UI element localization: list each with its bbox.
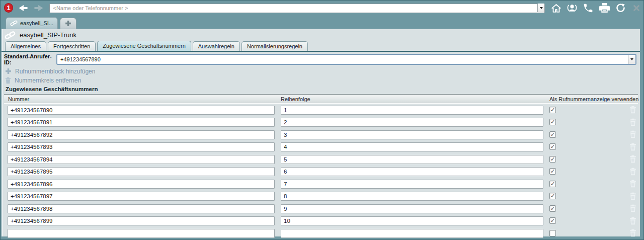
table-row: ✓ xyxy=(4,116,638,129)
session-tab-strip: easybell_SI... xyxy=(2,15,642,29)
table-row: ✓ xyxy=(4,190,638,203)
reihenfolge-input[interactable] xyxy=(281,192,543,201)
tab-1[interactable]: Fortgeschritten xyxy=(48,41,96,51)
page-title: easybell_SIP-Trunk xyxy=(20,31,76,39)
plus-icon xyxy=(5,68,12,74)
reihenfolge-input[interactable] xyxy=(281,229,543,238)
delete-row-button[interactable] xyxy=(629,143,636,151)
delete-row-button[interactable] xyxy=(629,180,636,188)
tab-0[interactable]: Allgemeines xyxy=(5,41,46,51)
header-als-rufnummernanzeige: Als Rufnummernanzeige verwenden xyxy=(548,96,638,102)
delete-row-icon xyxy=(629,168,636,176)
delete-row-icon xyxy=(629,118,636,126)
als-rufnummernanzeige-checkbox[interactable]: ✓ xyxy=(549,217,556,224)
table-row: ✓ xyxy=(4,178,638,190)
search-input[interactable] xyxy=(49,4,545,13)
close-button[interactable] xyxy=(630,3,642,14)
delete-row-icon xyxy=(629,155,636,163)
pbx-admin-window: { "toolbar": { "notification_badge": "1"… xyxy=(0,0,644,240)
reihenfolge-input[interactable] xyxy=(281,130,543,139)
reihenfolge-input[interactable] xyxy=(281,180,543,189)
main-toolbar: 1 xyxy=(2,2,642,14)
als-rufnummernanzeige-checkbox[interactable]: ✓ xyxy=(549,193,556,199)
reihenfolge-input[interactable] xyxy=(281,216,543,225)
contacts-button[interactable] xyxy=(566,3,578,14)
config-subtabs: AllgemeinesFortgeschrittenZugewiesene Ge… xyxy=(2,41,640,52)
forward-button[interactable] xyxy=(33,4,44,13)
delete-row-icon xyxy=(629,217,636,225)
header-nummer: Nummer xyxy=(4,96,281,102)
nummer-input[interactable] xyxy=(8,142,275,151)
nummer-input[interactable] xyxy=(8,180,275,189)
toolbar-icons xyxy=(550,3,642,14)
delete-row-button[interactable] xyxy=(629,168,636,176)
reihenfolge-input[interactable] xyxy=(281,167,543,176)
print-icon xyxy=(599,3,610,13)
nummer-input[interactable] xyxy=(8,130,275,139)
nummer-input[interactable] xyxy=(8,155,275,164)
delete-row-button[interactable] xyxy=(629,130,636,138)
refresh-button[interactable] xyxy=(614,3,626,14)
nummer-input[interactable] xyxy=(8,204,275,213)
nummer-input[interactable] xyxy=(8,167,275,176)
table-row: ✓ xyxy=(4,104,638,116)
delete-row-button[interactable] xyxy=(629,192,636,200)
titlebar: easybell_SIP-Trunk xyxy=(2,29,640,41)
nummer-input[interactable] xyxy=(8,118,275,127)
als-rufnummernanzeige-checkbox[interactable]: ✓ xyxy=(549,156,556,163)
delete-row-icon xyxy=(629,106,636,114)
nummer-input[interactable] xyxy=(8,229,275,238)
nummer-input[interactable] xyxy=(8,192,275,201)
als-rufnummernanzeige-checkbox[interactable]: ✓ xyxy=(549,131,556,138)
default-caller-id-label: Standard-Anrufer-ID: xyxy=(4,53,56,65)
reihenfolge-input[interactable] xyxy=(281,106,543,115)
contacts-icon xyxy=(566,3,578,13)
home-button[interactable] xyxy=(550,3,562,14)
notification-badge: 1 xyxy=(4,3,13,13)
delete-row-button[interactable] xyxy=(629,118,636,126)
delete-row-button[interactable] xyxy=(629,106,636,114)
delete-row-button[interactable] xyxy=(629,155,636,163)
default-caller-id-select[interactable]: +491234567890 xyxy=(56,54,636,65)
nummer-input[interactable] xyxy=(8,216,275,225)
link-icon xyxy=(5,31,16,39)
back-icon xyxy=(18,4,29,13)
table-header: Nummer Reihenfolge Als Rufnummernanzeige… xyxy=(4,94,638,104)
phone-button[interactable] xyxy=(582,3,594,14)
back-button[interactable] xyxy=(18,4,29,13)
refresh-icon xyxy=(615,3,626,13)
delete-row-button[interactable] xyxy=(629,204,636,212)
als-rufnummernanzeige-checkbox[interactable]: ✓ xyxy=(549,205,556,212)
tab-2[interactable]: Zugewiesene Geschäftsnummern xyxy=(97,41,191,51)
caller-id-dropdown-button[interactable] xyxy=(628,55,635,64)
business-numbers-panel: Standard-Anrufer-ID: +491234567890 Rufnu… xyxy=(2,52,640,239)
session-tab-label: easybell_SI... xyxy=(20,20,53,26)
als-rufnummernanzeige-checkbox[interactable]: ✓ xyxy=(549,181,556,187)
reihenfolge-input[interactable] xyxy=(281,204,543,213)
als-rufnummernanzeige-checkbox[interactable]: ✓ xyxy=(549,168,556,175)
tab-4[interactable]: Normalisierungsregeln xyxy=(242,41,308,51)
als-rufnummernanzeige-checkbox[interactable]: ✓ xyxy=(549,119,556,125)
session-tab-easybell[interactable]: easybell_SI... xyxy=(6,17,58,29)
als-rufnummernanzeige-checkbox[interactable]: ✓ xyxy=(549,143,556,150)
reihenfolge-input[interactable] xyxy=(281,118,543,127)
remove-number-range-link[interactable]: Nummernkreis entfernen xyxy=(4,76,638,84)
close-icon xyxy=(632,4,641,13)
table-row: ✓ xyxy=(4,128,638,141)
tab-3[interactable]: Auswahlregeln xyxy=(193,41,240,51)
add-number-block-link[interactable]: Rufnummernblock hinzufügen xyxy=(4,67,638,75)
als-rufnummernanzeige-checkbox[interactable]: ✓ xyxy=(549,107,556,113)
nummer-input[interactable] xyxy=(8,106,275,115)
header-reihenfolge: Reihenfolge xyxy=(281,96,548,102)
reihenfolge-input[interactable] xyxy=(281,142,543,151)
als-rufnummernanzeige-checkbox[interactable] xyxy=(549,230,556,236)
delete-row-button[interactable] xyxy=(629,217,636,225)
table-row xyxy=(4,227,638,239)
delete-row-button[interactable] xyxy=(629,229,636,237)
reihenfolge-input[interactable] xyxy=(281,155,543,164)
search-dropdown-button[interactable] xyxy=(537,4,544,12)
delete-row-icon xyxy=(629,204,636,212)
add-tab-button[interactable] xyxy=(60,18,76,29)
print-button[interactable] xyxy=(598,3,610,14)
forward-icon xyxy=(33,4,44,13)
